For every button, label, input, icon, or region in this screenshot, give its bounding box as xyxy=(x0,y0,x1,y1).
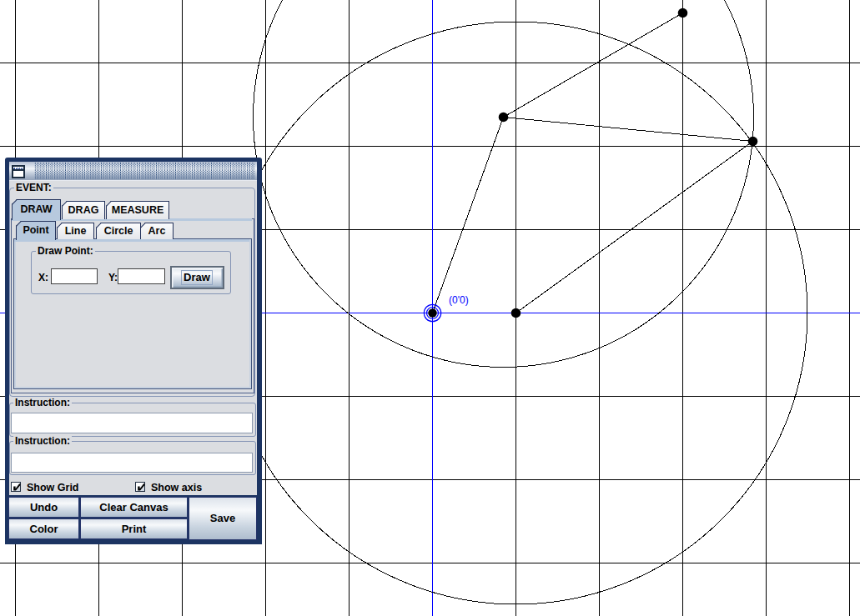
svg-text:(0'0): (0'0) xyxy=(449,294,469,306)
